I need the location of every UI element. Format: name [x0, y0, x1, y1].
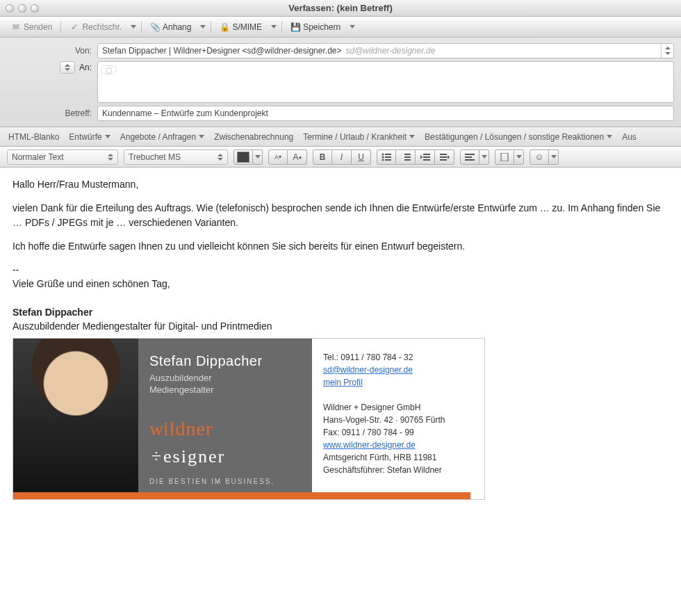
format-toolbar: Normaler Text Trebuchet MS A▾ A▴ B I U [0, 147, 681, 168]
increase-size-button[interactable]: A▴ [288, 149, 307, 165]
bullet-list-icon [381, 153, 391, 161]
save-menu[interactable] [349, 22, 356, 32]
zoom-window-button[interactable] [31, 4, 39, 13]
numbered-list-button[interactable] [396, 149, 416, 165]
updown-icon [665, 47, 671, 55]
template-blanko[interactable]: HTML-Blanko [8, 132, 59, 142]
signature-fax: Fax: 0911 / 780 784 - 99 [323, 426, 473, 439]
svg-rect-22 [440, 156, 447, 158]
template-zwischen[interactable]: Zwischenabrechnung [214, 132, 293, 142]
body-sender-role: Auszubildender Mediengestalter für Digit… [13, 319, 668, 333]
expand-recipients-button[interactable] [60, 61, 75, 74]
close-window-button[interactable] [6, 4, 14, 13]
updown-icon [65, 64, 70, 71]
insert-menu[interactable] [514, 149, 524, 165]
save-icon: 💾 [290, 22, 300, 32]
template-termine[interactable]: Termine / Urlaub / Krankheit [303, 132, 415, 142]
text-color-button[interactable] [233, 149, 253, 165]
svg-rect-21 [440, 154, 447, 155]
smime-label: S/MIME [232, 22, 262, 32]
svg-marker-0 [665, 47, 671, 49]
outdent-button[interactable] [416, 149, 435, 165]
svg-rect-19 [423, 159, 430, 161]
chevron-down-icon [350, 25, 355, 29]
send-icon: ✉︎ [11, 22, 21, 32]
signature-email-link[interactable]: sd@wildner-designer.de [323, 365, 413, 375]
color-group [233, 149, 263, 165]
smiley-icon: ☺ [534, 152, 543, 162]
decrease-size-button[interactable]: A▾ [268, 149, 288, 165]
from-select[interactable]: Stefan Dippacher | Wildner+Designer <sd@… [97, 43, 674, 58]
bullet-list-button[interactable] [377, 149, 396, 165]
attach-button[interactable]: 📎 Anhang [146, 21, 195, 33]
underline-button[interactable]: U [352, 149, 371, 165]
signature-web-link[interactable]: www.wildner-designer.de [323, 440, 416, 450]
signature-accent-bar [13, 492, 470, 499]
template-label: HTML-Blanko [8, 132, 59, 142]
body-separator: -- [13, 263, 668, 277]
signature-profile-link[interactable]: mein Profil [323, 378, 363, 387]
window-title: Verfassen: (kein Betreff) [0, 3, 681, 13]
attach-label: Anhang [163, 22, 191, 32]
template-bestaetigungen[interactable]: Bestätigungen / Lösungen / sonstige Reak… [425, 132, 612, 142]
to-input[interactable]: ▢ [97, 61, 674, 103]
body-sender-name: Stefan Dippacher [13, 305, 668, 319]
window-titlebar: Verfassen: (kein Betreff) [0, 0, 681, 17]
recipient-chip[interactable]: ▢ [101, 65, 117, 74]
signature-role: Auszubildender Mediengestalter [149, 373, 301, 396]
font-family-select[interactable]: Trebuchet MS [124, 149, 228, 165]
from-dropdown[interactable] [661, 43, 673, 58]
message-body-editor[interactable]: Hallo Herr/Frau Mustermann, vielen Dank … [0, 168, 681, 616]
svg-rect-18 [423, 156, 430, 158]
svg-marker-24 [448, 155, 450, 159]
italic-button[interactable]: I [332, 149, 352, 165]
size-group: A▾ A▴ [268, 149, 307, 165]
updown-icon [108, 154, 113, 161]
emoji-menu[interactable] [549, 149, 559, 165]
template-label: Entwürfe [69, 132, 101, 142]
template-label: Termine / Urlaub / Krankheit [303, 132, 407, 142]
attach-menu[interactable] [199, 22, 206, 32]
signature-photo [13, 339, 138, 499]
document-icon [500, 153, 509, 161]
paragraph-style-select[interactable]: Normaler Text [7, 149, 118, 165]
chevron-down-icon [105, 135, 110, 138]
minimize-window-button[interactable] [18, 4, 26, 13]
align-menu[interactable] [479, 149, 489, 165]
chevron-down-icon [551, 155, 557, 159]
save-button[interactable]: 💾 Speichern [286, 21, 345, 33]
outdent-icon [420, 153, 430, 161]
svg-rect-14 [404, 154, 411, 155]
spellcheck-menu[interactable] [130, 22, 137, 32]
insert-button[interactable] [495, 149, 514, 165]
template-entwuerfe[interactable]: Entwürfe [69, 132, 110, 142]
svg-marker-4 [108, 154, 113, 156]
updown-icon [218, 154, 223, 161]
spellcheck-button[interactable]: ✓ Rechtschr. [65, 21, 126, 33]
font-family-value: Trebuchet MS [129, 152, 181, 162]
compose-toolbar: ✉︎ Senden ✓ Rechtschr. 📎 Anhang 🔒 S/MIME… [0, 17, 681, 38]
chevron-down-icon [200, 25, 206, 29]
from-hint: sd@wildner-designer.de [345, 46, 435, 56]
message-header-fields: Von: Stefan Dippacher | Wildner+Designer… [0, 38, 681, 127]
text-color-menu[interactable] [253, 149, 263, 165]
window-controls [6, 4, 39, 13]
template-angebote[interactable]: Angebote / Anfragen [120, 132, 204, 142]
template-overflow[interactable]: Aus [622, 132, 637, 142]
chevron-down-icon [255, 155, 261, 159]
svg-marker-2 [65, 64, 70, 67]
align-button[interactable] [460, 149, 479, 165]
company-logo: wildner ÷esigner [149, 415, 301, 469]
subject-input[interactable] [97, 106, 674, 121]
indent-icon [440, 153, 450, 161]
signature-contact-panel: Tel.: 0911 / 780 784 - 32 sd@wildner-des… [312, 339, 484, 500]
smime-menu[interactable] [270, 22, 277, 32]
emoji-button[interactable]: ☺ [530, 149, 549, 165]
from-row: Von: Stefan Dippacher | Wildner+Designer… [0, 42, 681, 60]
indent-button[interactable] [435, 149, 454, 165]
bold-button[interactable]: B [313, 149, 332, 165]
smime-button[interactable]: 🔒 S/MIME [215, 21, 266, 33]
template-toolbar: HTML-Blanko Entwürfe Angebote / Anfragen… [0, 127, 681, 147]
send-button[interactable]: ✉︎ Senden [7, 21, 56, 33]
chevron-down-icon [482, 155, 487, 159]
